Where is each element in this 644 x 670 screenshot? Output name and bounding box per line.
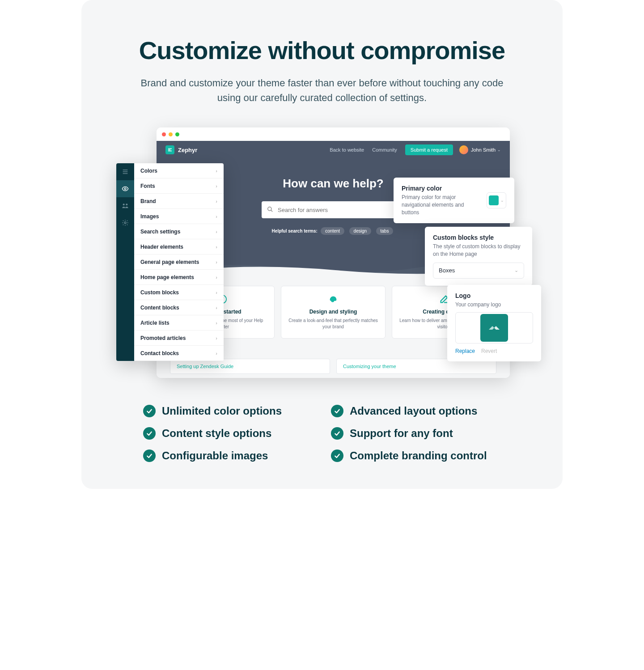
popover-primary-color: Primary color Primary color for major na… — [394, 178, 514, 223]
custom-blocks-select[interactable]: Boxes ⌄ — [433, 263, 524, 279]
popover-desc: Your company logo — [455, 301, 533, 309]
promoted-row: Setting up Zendesk Guide Customizing you… — [157, 359, 510, 378]
settings-item-contact-blocks[interactable]: Contact blocks› — [134, 346, 224, 361]
settings-item-custom-blocks[interactable]: Custom blocks› — [134, 285, 224, 300]
replace-link[interactable]: Replace — [455, 348, 475, 354]
helpful-terms-label: Helpful search terms: — [272, 229, 318, 233]
feature-item: Support for any font — [331, 427, 501, 440]
term-pill[interactable]: content — [321, 227, 344, 235]
settings-item-label: Search settings — [140, 229, 180, 235]
promoted-article-link[interactable]: Setting up Zendesk Guide — [170, 359, 330, 374]
settings-item-search-settings[interactable]: Search settings› — [134, 224, 224, 239]
check-icon — [331, 427, 343, 440]
settings-list: Colors›Fonts›Brand›Images›Search setting… — [134, 163, 224, 361]
chevron-right-icon: › — [216, 351, 217, 356]
minimize-icon[interactable] — [169, 132, 173, 136]
color-picker[interactable]: ⌄ — [487, 192, 506, 208]
mockup-stage: Zephyr Back to website Community Submit … — [116, 127, 528, 382]
browser-chrome — [157, 127, 510, 141]
rail-settings-icon[interactable] — [116, 214, 134, 231]
revert-link[interactable]: Revert — [481, 348, 497, 354]
feature-item: Configurable images — [143, 449, 313, 462]
feature-item: Advanced layout options — [331, 405, 501, 417]
app-header: Zephyr Back to website Community Submit … — [157, 141, 510, 159]
features-grid: Unlimited color optionsAdvanced layout o… — [143, 405, 501, 462]
brand-name: Zephyr — [178, 147, 197, 153]
settings-item-images[interactable]: Images› — [134, 209, 224, 224]
popover-title: Primary color — [402, 185, 480, 192]
check-icon — [331, 449, 343, 462]
close-icon[interactable] — [162, 132, 166, 136]
card-title: Design and styling — [288, 309, 379, 315]
chevron-right-icon: › — [216, 305, 217, 310]
rail-preview-icon[interactable] — [116, 180, 134, 197]
chevron-right-icon: › — [216, 290, 217, 295]
chevron-right-icon: › — [216, 259, 217, 265]
palette-icon — [328, 294, 338, 304]
search-icon — [267, 206, 273, 214]
settings-item-label: Home page elements — [140, 274, 194, 280]
settings-item-label: Contact blocks — [140, 350, 179, 356]
feature-label: Support for any font — [350, 427, 453, 440]
page-subtitle: Brand and customize your theme faster th… — [139, 76, 505, 105]
settings-item-label: Custom blocks — [140, 289, 179, 296]
settings-item-brand[interactable]: Brand› — [134, 194, 224, 209]
chevron-right-icon: › — [216, 320, 217, 326]
chevron-right-icon: › — [216, 275, 217, 280]
settings-item-colors[interactable]: Colors› — [134, 163, 224, 178]
settings-item-fonts[interactable]: Fonts› — [134, 178, 224, 194]
settings-item-content-blocks[interactable]: Content blocks› — [134, 300, 224, 315]
icon-rail — [116, 163, 134, 361]
feature-label: Advanced layout options — [350, 405, 477, 417]
chevron-right-icon: › — [216, 335, 217, 341]
logo-image-icon — [480, 314, 508, 342]
chevron-right-icon: › — [216, 168, 217, 174]
rail-list-icon[interactable] — [116, 163, 134, 180]
chevron-right-icon: › — [216, 229, 217, 234]
svg-point-2 — [124, 188, 126, 190]
settings-item-label: Colors — [140, 168, 157, 174]
check-icon — [143, 449, 156, 462]
settings-item-article-lists[interactable]: Article lists› — [134, 315, 224, 331]
chevron-down-icon: ⌄ — [514, 267, 518, 273]
settings-item-header-elements[interactable]: Header elements› — [134, 239, 224, 254]
term-pill[interactable]: tabs — [376, 227, 394, 235]
card-desc: Create a look-and-feel that perfectly ma… — [288, 318, 379, 330]
submit-request-button[interactable]: Submit a request — [405, 144, 453, 155]
check-icon — [331, 405, 343, 417]
settings-item-label: Content blocks — [140, 305, 179, 311]
settings-item-label: General page elements — [140, 259, 199, 265]
feature-item: Complete branding control — [331, 449, 501, 462]
card-design-styling[interactable]: Design and styling Create a look-and-fee… — [281, 286, 386, 339]
chevron-right-icon: › — [216, 199, 217, 204]
nav-back-to-website[interactable]: Back to website — [330, 147, 364, 153]
user-name[interactable]: John Smith — [471, 147, 496, 153]
avatar[interactable] — [459, 145, 468, 154]
feature-item: Unlimited color options — [143, 405, 313, 417]
svg-point-5 — [124, 222, 126, 224]
settings-item-label: Header elements — [140, 244, 183, 250]
chevron-down-icon: ⌄ — [500, 198, 504, 203]
popover-logo: Logo Your company logo Replace Revert — [447, 285, 541, 361]
search-input[interactable] — [262, 201, 405, 218]
settings-item-general-page-elements[interactable]: General page elements› — [134, 254, 224, 270]
feature-item: Content style options — [143, 427, 313, 440]
svg-point-3 — [123, 204, 125, 205]
nav-community[interactable]: Community — [372, 147, 397, 153]
settings-item-home-page-elements[interactable]: Home page elements› — [134, 270, 224, 285]
rail-users-icon[interactable] — [116, 197, 134, 214]
settings-item-label: Images — [140, 213, 159, 220]
term-pill[interactable]: design — [349, 227, 371, 235]
svg-point-4 — [126, 204, 127, 205]
settings-item-label: Article lists — [140, 320, 169, 326]
feature-label: Unlimited color options — [162, 405, 282, 417]
svg-point-0 — [268, 207, 271, 211]
chevron-right-icon: › — [216, 244, 217, 250]
settings-item-promoted-articles[interactable]: Promoted articles› — [134, 331, 224, 346]
chevron-down-icon[interactable]: ⌄ — [497, 148, 501, 152]
feature-label: Content style options — [162, 427, 271, 440]
logo-preview — [455, 312, 533, 343]
maximize-icon[interactable] — [175, 132, 179, 136]
popover-desc: The style of custom blocks to display on… — [433, 243, 524, 258]
check-icon — [143, 405, 156, 417]
